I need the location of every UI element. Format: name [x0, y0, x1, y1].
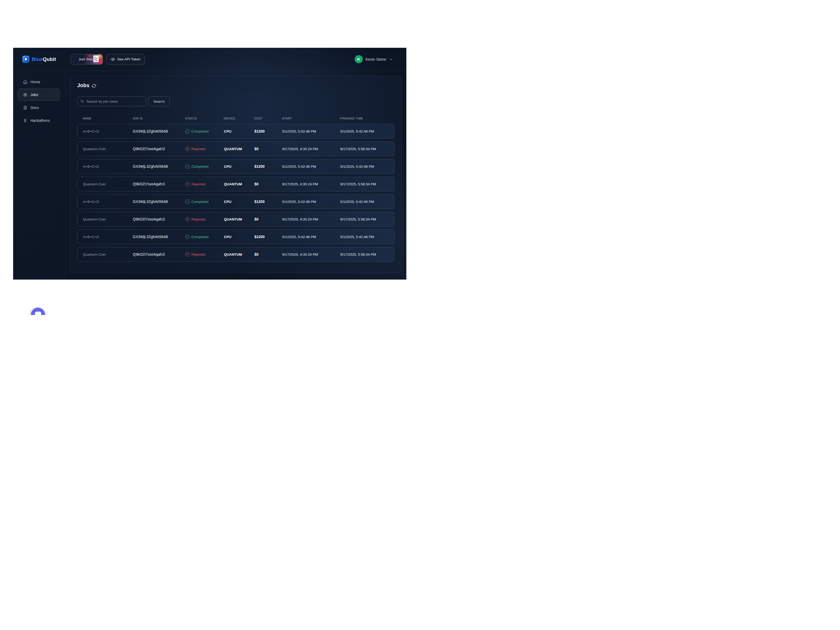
sidebar-item-hackathons[interactable]: Hackathons	[18, 114, 60, 126]
search-input[interactable]	[77, 96, 146, 106]
status-cell: ✕Rejected	[185, 252, 224, 256]
status-label: Completed	[191, 164, 208, 169]
table-row[interactable]: A+B+C+DGX3WjL3ZghA0564B✓CompletedCPU$120…	[77, 124, 395, 139]
finished-time-cell: 5/1/2025, 5:42:46 PM	[340, 129, 390, 133]
device-cell: CPU	[224, 164, 254, 169]
sidebar-item-label: Home	[30, 80, 40, 84]
start-time-cell: 5/1/2025, 5:42:46 PM	[282, 200, 340, 204]
status-label: Rejected	[191, 253, 205, 256]
status-cell: ✓Completed	[185, 129, 224, 133]
device-cell: QUANTUM	[224, 182, 254, 186]
sidebar-item-home[interactable]: Home	[18, 76, 60, 88]
job-id-cell: GX3WjL3ZghA0564B	[133, 164, 185, 169]
column-header-cost: COST	[254, 117, 282, 120]
sidebar-item-label: Hackathons	[30, 118, 50, 123]
column-header-name: NAME	[83, 117, 133, 120]
column-header-status: STATUS	[185, 117, 224, 120]
job-name-cell: Quantum Coin	[83, 147, 133, 151]
table-row[interactable]: Quantum CoinQ9kOZt7sxeAgah1l✕RejectedQUA…	[77, 212, 395, 227]
sidebar-item-docs[interactable]: Docs	[18, 101, 60, 114]
job-id-cell: Q9kOZt7sxeAgah1l	[133, 182, 185, 186]
avatar: K	[355, 55, 363, 63]
table-row[interactable]: A+B+C+DGX3WjL3ZghA0564B✓CompletedCPU$120…	[77, 229, 395, 244]
status-cell: ✕Rejected	[185, 147, 224, 151]
device-cell: CPU	[224, 235, 254, 239]
status-completed-icon: ✓	[185, 129, 189, 133]
status-label: Rejected	[191, 217, 205, 221]
job-name-cell: A+B+C+D	[83, 129, 133, 133]
see-api-token-label: See API Token	[117, 57, 141, 61]
table-row[interactable]: A+B+C+DGX3WjL3ZghA0564B✓CompletedCPU$120…	[77, 159, 395, 174]
device-cell: CPU	[224, 129, 254, 133]
table-row[interactable]: A+B+C+DGX3WjL3ZghA0564B✓CompletedCPU$120…	[77, 194, 395, 209]
join-slack-button[interactable]: Join Slack	[71, 54, 103, 65]
device-cell: QUANTUM	[224, 253, 254, 256]
job-name-cell: Quantum Coin	[83, 182, 133, 186]
document-search-icon	[23, 105, 28, 110]
sidebar-item-jobs[interactable]: Jobs	[18, 88, 60, 101]
cost-cell: $0	[254, 217, 282, 221]
bluequbit-logo[interactable]: BlueQubit	[22, 56, 56, 63]
medal-icon	[23, 118, 28, 123]
job-name-cell: Quantum Coin	[83, 217, 133, 221]
sidebar: Home Jobs Docs	[13, 71, 65, 279]
page-title: Jobs	[77, 82, 90, 88]
finished-time-cell: 9/17/2025, 5:58:34 PM	[340, 182, 390, 186]
status-rejected-icon: ✕	[185, 217, 189, 221]
device-cell: QUANTUM	[224, 147, 254, 151]
join-slack-label: Join Slack	[79, 57, 95, 61]
header-buttons: Join Slack See API Token	[71, 54, 145, 65]
see-api-token-button[interactable]: See API Token	[106, 54, 145, 65]
start-time-cell: 9/17/2025, 4:35:24 PM	[282, 253, 340, 256]
cost-cell: $0	[254, 252, 282, 256]
job-id-cell: Q9kOZt7sxeAgah1l	[133, 217, 185, 221]
status-cell: ✓Completed	[185, 235, 224, 239]
bluequbit-app-window: BlueQubit Join Slack See API Token	[13, 48, 406, 279]
bluequbit-logo-icon	[22, 56, 29, 63]
refresh-icon[interactable]	[92, 84, 96, 88]
status-rejected-icon: ✕	[185, 147, 189, 151]
status-label: Completed	[191, 235, 208, 239]
job-name-cell: Quantum Coin	[83, 253, 133, 256]
cost-cell: $0	[254, 147, 282, 151]
search-button[interactable]: Search	[148, 96, 170, 106]
table-row[interactable]: Quantum CoinQ9kOZt7sxeAgah1l✕RejectedQUA…	[77, 247, 395, 262]
user-menu[interactable]: K Kevin Stone	[355, 55, 393, 63]
status-label: Completed	[191, 129, 208, 133]
job-name-cell: A+B+C+D	[83, 235, 133, 239]
job-id-cell: Q9kOZt7sxeAgah1l	[133, 147, 185, 151]
page: BlueQubit Join Slack See API Token	[0, 0, 420, 315]
top-header: BlueQubit Join Slack See API Token	[13, 48, 406, 71]
status-cell: ✕Rejected	[185, 182, 224, 186]
job-id-cell: Q9kOZt7sxeAgah1l	[133, 252, 185, 256]
user-name: Kevin Stone	[366, 57, 386, 62]
jobs-panel: Jobs Search	[70, 76, 402, 273]
finished-time-cell: 5/1/2025, 5:42:46 PM	[340, 235, 390, 239]
search-icon	[80, 99, 84, 103]
column-header-jobid: JOB ID	[133, 117, 185, 120]
chat-launcher-button[interactable]	[31, 308, 45, 315]
status-rejected-icon: ✕	[185, 252, 189, 256]
start-time-cell: 9/17/2025, 4:35:24 PM	[282, 217, 340, 221]
table-row[interactable]: Quantum CoinQ9kOZt7sxeAgah1l✕RejectedQUA…	[77, 142, 395, 156]
table-row[interactable]: Quantum CoinQ9kOZt7sxeAgah1l✕RejectedQUA…	[77, 177, 395, 191]
messenger-bubble-icon	[35, 312, 41, 315]
cost-cell: $0	[254, 182, 282, 186]
status-cell: ✓Completed	[185, 199, 224, 204]
start-time-cell: 9/17/2025, 4:35:24 PM	[282, 147, 340, 151]
jobs-table-body: A+B+C+DGX3WjL3ZghA0564B✓CompletedCPU$120…	[77, 124, 395, 262]
status-label: Rejected	[191, 182, 205, 186]
device-cell: CPU	[224, 200, 254, 204]
main-content: Jobs Search	[65, 71, 406, 279]
job-id-cell: GX3WjL3ZghA0564B	[133, 129, 185, 133]
status-rejected-icon: ✕	[185, 182, 189, 186]
status-cell: ✓Completed	[185, 164, 224, 169]
status-completed-icon: ✓	[185, 199, 189, 204]
column-header-finished: FINISHED TIME	[340, 117, 390, 120]
chevron-down-icon	[389, 57, 393, 62]
status-cell: ✕Rejected	[185, 217, 224, 221]
status-label: Completed	[191, 200, 208, 204]
cost-cell: $1200	[254, 199, 282, 204]
status-label: Rejected	[191, 147, 205, 151]
column-header-start: START	[282, 117, 340, 120]
